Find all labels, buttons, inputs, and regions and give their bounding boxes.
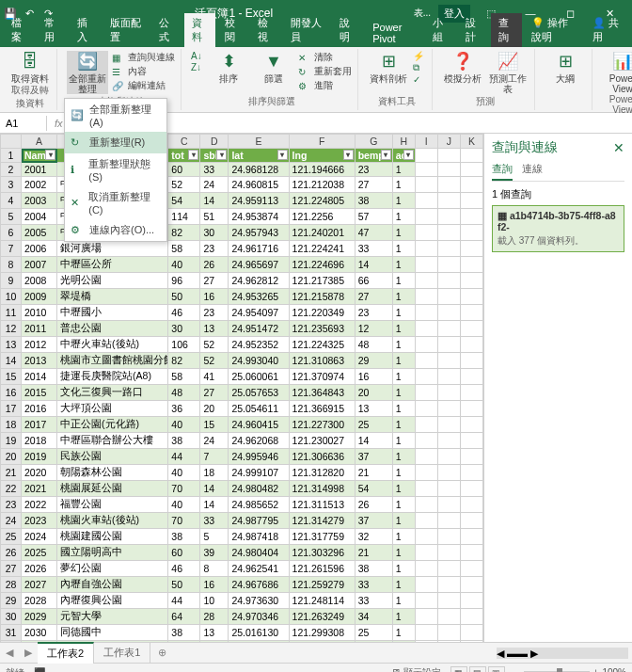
tab-formulas[interactable]: 公式 [151,13,182,47]
table-header[interactable]: sbi▾ [200,149,229,163]
cell[interactable]: 中壢國小 [57,305,168,321]
cell[interactable]: 24.987418 [229,529,289,545]
display-settings[interactable]: 🖥 顯示設定 [391,666,441,673]
hscroll[interactable]: ◀ ▬▬ ▶ [497,648,628,659]
cell[interactable]: 1 [392,257,415,273]
cell[interactable]: 2023 [22,513,57,529]
cell[interactable]: 44 [168,593,200,609]
pane-close-icon[interactable]: ✕ [613,140,624,155]
remove-dup-icon[interactable]: ⧉ [413,62,426,73]
row-header[interactable]: 30 [1,609,22,625]
row-header[interactable]: 2 [1,163,22,177]
cell[interactable]: 121.235693 [289,321,355,337]
tab-data[interactable]: 資料 [184,13,215,47]
cell[interactable]: 48 [355,337,392,353]
cell[interactable]: 40 [168,417,200,433]
cell[interactable]: 25 [355,625,392,641]
cell[interactable]: 60 [168,163,200,177]
cell[interactable]: 44 [168,449,200,465]
cell[interactable]: 2011 [22,321,57,337]
cell[interactable]: 2031 [22,641,57,643]
add-sheet-icon[interactable]: ⊕ [150,647,174,659]
cell[interactable]: 30 [168,321,200,337]
cell[interactable]: 1 [392,641,415,643]
filter-button[interactable]: ▼篩選 [253,51,294,84]
validation-icon[interactable]: ✓ [413,74,426,85]
whatif-button[interactable]: ❓模擬分析 [442,51,483,84]
cell[interactable]: 2012 [22,337,57,353]
row-header[interactable]: 28 [1,577,22,593]
cell[interactable]: 24.952352 [229,337,289,353]
col-header[interactable] [1,135,22,149]
tab-help[interactable]: 說明 [332,13,363,47]
row-header[interactable]: 21 [1,465,22,481]
row-header[interactable]: 27 [1,561,22,577]
cell[interactable]: 24.960415 [229,417,289,433]
col-header[interactable]: K [460,135,482,149]
cell[interactable]: 內壢自強公園 [57,577,168,593]
cell[interactable]: 26 [200,257,229,273]
cell[interactable]: 82 [168,353,200,369]
filter-icon[interactable]: ▾ [277,150,288,160]
cell[interactable]: 24.967686 [229,577,289,593]
cell[interactable]: 121.227300 [289,417,355,433]
cell[interactable]: 1 [392,321,415,337]
cell[interactable]: 121.263249 [289,609,355,625]
cell[interactable]: 48 [168,385,200,401]
cell[interactable]: 70 [168,513,200,529]
cell[interactable]: 1 [392,193,415,209]
row-header[interactable]: 14 [1,353,22,369]
cell[interactable]: 64 [168,609,200,625]
cell[interactable]: 18 [200,465,229,481]
cell[interactable]: 27 [355,177,392,193]
cell[interactable]: 2027 [22,577,57,593]
row-header[interactable]: 23 [1,497,22,513]
cell[interactable]: 1 [392,593,415,609]
tab-file[interactable]: 檔案 [4,13,35,47]
col-header[interactable]: C [168,135,200,149]
cell[interactable]: 26 [355,497,392,513]
cell[interactable]: 2003 [22,193,57,209]
cell[interactable]: 2018 [22,433,57,449]
cell[interactable]: 16 [200,289,229,305]
pane-tab-queries[interactable]: 查詢 [492,162,513,181]
row-header[interactable]: 26 [1,545,22,561]
cell[interactable]: 14 [355,257,392,273]
sort-az-button[interactable]: A↓ [191,51,204,61]
cell[interactable]: 2028 [22,593,57,609]
query-item[interactable]: ▦ a1b4714b-3b75-4ff8-a8f2- 載入 377 個資料列。 [492,205,624,252]
filter-icon[interactable]: ▾ [188,150,198,160]
tab-view[interactable]: 檢視 [250,13,281,47]
cell[interactable]: 2006 [22,241,57,257]
sheet-tab-2[interactable]: 工作表1 [94,643,150,663]
cell[interactable]: 33 [355,593,392,609]
row-header[interactable]: 4 [1,193,22,209]
row-header[interactable]: 32 [1,641,22,643]
cell[interactable]: 58 [168,241,200,257]
cell[interactable]: 38 [355,561,392,577]
cell[interactable]: 121.217385 [289,273,355,289]
cell[interactable]: 民族公園 [57,449,168,465]
cell[interactable]: 13 [200,321,229,337]
sort-za-button[interactable]: Z↓ [191,62,204,72]
cell[interactable]: 國立陽明高中 [57,545,168,561]
cell[interactable]: 29 [355,353,392,369]
menu-refresh-status[interactable]: ℹ重新整理狀態(S) [65,153,166,186]
cell[interactable]: 1 [392,369,415,385]
cell[interactable]: 121.370974 [289,369,355,385]
cell[interactable]: 20 [200,401,229,417]
cell[interactable]: 1 [392,497,415,513]
menu-refresh[interactable]: ↻重新整理(R) [65,132,166,153]
cell[interactable]: 2009 [22,289,57,305]
col-header[interactable]: A [22,135,57,149]
cell[interactable]: 27 [355,289,392,305]
cell[interactable]: 24.960815 [229,177,289,193]
cell[interactable]: 24.962068 [229,433,289,449]
cell[interactable]: 2001 [22,163,57,177]
cell[interactable]: 23 [200,241,229,257]
zoom-out-icon[interactable]: − [514,667,520,672]
cell[interactable]: 1 [392,577,415,593]
cell[interactable]: 14 [200,497,229,513]
cell[interactable]: 1 [392,305,415,321]
cell[interactable]: 25.016130 [229,625,289,641]
